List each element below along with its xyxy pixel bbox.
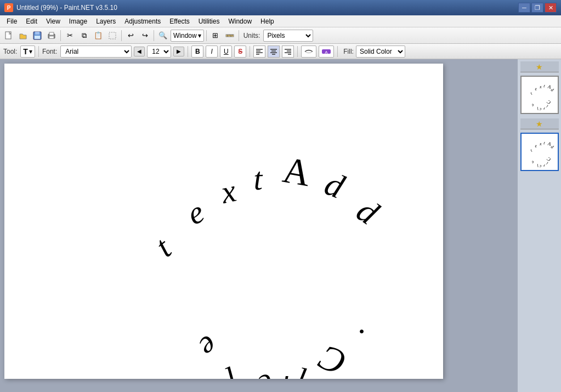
svg-text:x: x: [539, 84, 542, 89]
tool-label: Tool:: [3, 48, 17, 55]
svg-text:.: .: [341, 322, 370, 355]
align-right-button[interactable]: [282, 46, 294, 58]
color-picker-button[interactable]: A: [319, 46, 334, 58]
menu-bar: File Edit View Image Layers Adjustments …: [0, 15, 561, 27]
sep4: [206, 30, 207, 41]
bold-button[interactable]: B: [191, 46, 203, 58]
close-button[interactable]: ✕: [545, 3, 557, 13]
menu-layers[interactable]: Layers: [92, 15, 120, 27]
cut-button[interactable]: ✂: [63, 29, 76, 42]
svg-text:t: t: [149, 230, 178, 264]
grid-button[interactable]: ⊞: [209, 29, 222, 42]
print-button[interactable]: [45, 29, 58, 42]
fill-label: Fill:: [343, 48, 354, 55]
menu-image[interactable]: Image: [65, 15, 92, 27]
svg-text:A: A: [325, 50, 328, 55]
font-select[interactable]: Arial Times New Roman Courier New: [60, 46, 132, 58]
svg-text:A: A: [280, 149, 314, 194]
align-center-button[interactable]: [268, 46, 280, 58]
thumbnail-1[interactable]: t e x t A d e l c r i C: [520, 76, 559, 114]
canvas-svg: t e x t A d d e l c: [4, 64, 443, 379]
underline-button[interactable]: U: [220, 46, 232, 58]
menu-utilities[interactable]: Utilities: [194, 15, 224, 27]
sep9: [297, 46, 298, 57]
svg-rect-41: [523, 78, 556, 111]
align-left-button[interactable]: [253, 46, 265, 58]
font-label: Font:: [42, 48, 57, 55]
title-bar: P Untitled (99%) - Paint.NET v3.5.10 ─ ❐…: [0, 0, 561, 15]
star-icon-1: ★: [536, 63, 543, 71]
svg-rect-7: [109, 32, 116, 39]
svg-rect-6: [49, 36, 54, 38]
app-icon: P: [4, 3, 13, 12]
sep3: [154, 30, 154, 41]
menu-view[interactable]: View: [42, 15, 65, 27]
save-button[interactable]: [31, 29, 44, 42]
sep8: [250, 46, 250, 57]
svg-rect-5: [49, 32, 54, 35]
sep5: [239, 30, 239, 41]
menu-file[interactable]: File: [2, 15, 21, 27]
thumbnail-2[interactable]: t e x t A d e l c r i C: [520, 133, 559, 171]
font-prev-button[interactable]: ◀: [134, 47, 145, 56]
sep10: [337, 46, 338, 57]
svg-text:d: d: [350, 191, 386, 232]
svg-text:l: l: [220, 359, 243, 379]
menu-adjustments[interactable]: Adjustments: [120, 15, 165, 27]
font-size-select[interactable]: 12 8 10 14 18 24: [147, 46, 171, 58]
sep2: [121, 30, 122, 41]
svg-text:e: e: [192, 328, 225, 365]
svg-rect-2: [35, 32, 39, 35]
font-next-button[interactable]: ▶: [173, 47, 184, 56]
sep7: [188, 46, 188, 57]
fill-select[interactable]: Solid Color No Fill Outline: [356, 46, 405, 58]
canvas-container[interactable]: t e x t A d d e l c: [0, 59, 517, 392]
open-button[interactable]: [16, 29, 30, 42]
star-icon-2: ★: [536, 120, 543, 128]
minimize-button[interactable]: ─: [518, 3, 530, 13]
brush-type-button[interactable]: [301, 46, 316, 58]
menu-help[interactable]: Help: [256, 15, 279, 27]
units-select[interactable]: Pixels Inches Centimeters: [263, 30, 313, 42]
svg-text:i: i: [294, 360, 310, 379]
toolbar: ✂ ⧉ 📋 ↩ ↪ 🔍 Window ▾ ⊞ Units: Pixels Inc…: [0, 27, 561, 44]
svg-text:r: r: [277, 369, 290, 379]
strikethrough-button[interactable]: S: [234, 46, 246, 58]
svg-rect-54: [523, 135, 556, 168]
menu-effects[interactable]: Effects: [165, 15, 194, 27]
new-button[interactable]: [2, 29, 15, 42]
window-controls: ─ ❐ ✕: [518, 3, 557, 13]
tool-icon: T: [23, 47, 28, 56]
tool-selector[interactable]: T ▾: [20, 46, 35, 58]
zoom-button[interactable]: 🔍: [156, 29, 169, 42]
italic-button[interactable]: I: [206, 46, 218, 58]
redo-button[interactable]: ↪: [138, 29, 151, 42]
canvas[interactable]: t e x t A d d e l c: [4, 64, 443, 379]
svg-rect-3: [35, 36, 40, 39]
svg-text:c: c: [254, 367, 276, 379]
copy-button[interactable]: ⧉: [77, 29, 90, 42]
paste-button[interactable]: 📋: [92, 29, 105, 42]
svg-text:x: x: [217, 173, 239, 211]
svg-text:d: d: [320, 164, 350, 206]
main-area: t e x t A d d e l c: [0, 59, 561, 392]
tool-options-bar: Tool: T ▾ Font: Arial Times New Roman Co…: [0, 44, 561, 59]
svg-text:e: e: [182, 194, 209, 232]
restore-button[interactable]: ❐: [531, 3, 543, 13]
window-dropdown[interactable]: Window ▾: [171, 30, 204, 42]
deselect-button[interactable]: [106, 29, 119, 42]
undo-button[interactable]: ↩: [124, 29, 137, 42]
units-label: Units:: [243, 32, 260, 39]
menu-window[interactable]: Window: [224, 15, 256, 27]
sep6: [38, 46, 39, 57]
right-panel: ★ t e x t A d e l c r i C ★: [517, 59, 561, 392]
svg-text:t: t: [253, 161, 264, 197]
ruler-button[interactable]: [223, 29, 236, 42]
sep1: [60, 30, 61, 41]
svg-text:x: x: [539, 141, 542, 146]
window-title: Untitled (99%) - Paint.NET v3.5.10: [16, 4, 117, 12]
menu-edit[interactable]: Edit: [21, 15, 42, 27]
